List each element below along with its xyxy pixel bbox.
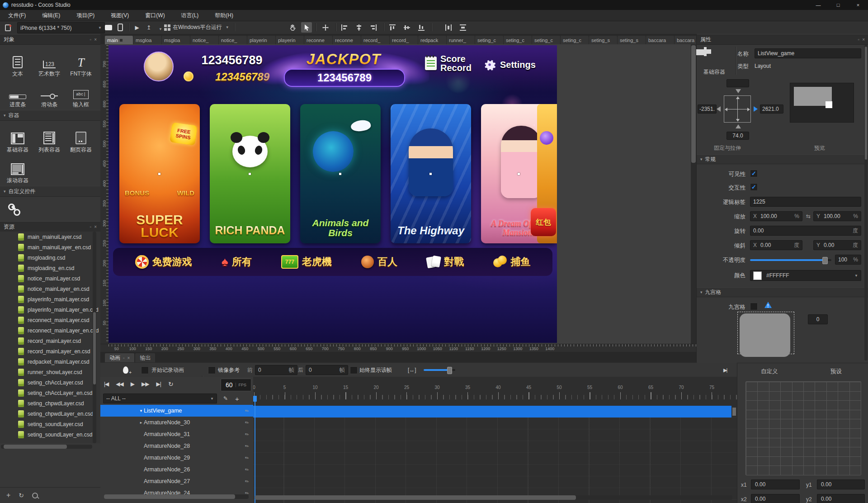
containers-section-header[interactable]: ▾ 容器 (0, 110, 100, 121)
resource-file-row[interactable]: reconnect_mainLayer.csd (0, 315, 100, 325)
easing-curve-grid[interactable] (745, 381, 861, 475)
timeline-zoom-slider[interactable] (424, 365, 455, 375)
before-frames-field[interactable]: 0帧 (255, 365, 297, 375)
red-packet-badge[interactable]: 红包 (531, 208, 556, 236)
skew-x-field[interactable]: X 0.00 度 (750, 240, 802, 250)
tab-preset-easing[interactable]: 预设 (830, 368, 842, 375)
timeline-node-row[interactable]: ▾ ListView_game ✎ (100, 405, 253, 417)
selection-handle[interactable] (158, 173, 160, 175)
panel-close-icon[interactable]: × (127, 356, 130, 361)
editor-tab[interactable]: main (105, 36, 133, 44)
align-middle-icon[interactable] (401, 22, 412, 33)
panel-float-icon[interactable]: ▫ (90, 224, 92, 229)
edit-animation-icon[interactable]: ✎ (223, 395, 228, 402)
resource-file-row[interactable]: notice_mainLayer_en.csd (0, 284, 100, 294)
go-to-end-button[interactable]: ▶| (156, 381, 161, 387)
step-forward-button[interactable]: ▶▶ (142, 381, 149, 387)
nav-free-games[interactable]: 免费游戏 (135, 255, 192, 269)
selection-handle[interactable] (429, 173, 432, 175)
portrait-toggle[interactable] (116, 22, 125, 33)
position-right-field[interactable]: 2621.0 (760, 104, 783, 114)
widget-fnt-font[interactable]: TFNT字体 (65, 47, 97, 76)
design-canvas-area[interactable]: 7006506005505004504003503002502001501005… (100, 44, 696, 344)
align-right-icon[interactable] (368, 22, 379, 33)
anchor-cross-widget[interactable] (724, 95, 751, 123)
nav-fishing[interactable]: 捕鱼 (493, 255, 530, 269)
color-field[interactable]: #FFFFFF ▼ (750, 270, 861, 281)
editor-tab[interactable]: seting_s (589, 36, 617, 44)
step-back-button[interactable]: ◀◀ (116, 381, 123, 387)
menu-item[interactable]: 文件(F) (0, 10, 34, 21)
landscape-toggle[interactable] (103, 22, 114, 33)
opacity-slider-thumb[interactable] (822, 257, 828, 264)
select-cursor-tool[interactable] (301, 22, 312, 33)
timeline-node-row[interactable]: ArmatureNode_26 ✎ (100, 464, 253, 475)
record-animation-checkbox[interactable] (141, 365, 149, 375)
maximize-icon[interactable]: □ (828, 0, 848, 10)
player-avatar[interactable] (144, 52, 174, 81)
nineslice-preview[interactable] (740, 313, 790, 357)
custom-controls-section-header[interactable]: ▾ 自定义控件 (0, 186, 100, 197)
publish-button[interactable]: ↥ (144, 22, 154, 33)
panel-close-icon[interactable]: × (862, 37, 865, 42)
resource-file-row[interactable]: record_mainLayer_en.csd (0, 346, 100, 356)
expander-icon[interactable]: ▸ (138, 420, 144, 425)
editor-tab[interactable]: reconne (304, 36, 332, 44)
timeline-node-row[interactable]: ArmatureNode_27 ✎ (100, 475, 253, 487)
name-input[interactable] (758, 50, 858, 57)
menu-item[interactable]: 窗口(W) (137, 10, 173, 21)
selection-handle[interactable] (518, 173, 520, 175)
resource-file-row[interactable]: playerinfo_mainLayer.csd (0, 294, 100, 304)
editor-tab[interactable]: playerin (276, 36, 304, 44)
nav-hundred[interactable]: 百人 (361, 255, 397, 269)
panel-close-icon[interactable]: × (94, 224, 97, 229)
add-animation-icon[interactable]: + (235, 395, 239, 403)
tab-custom-easing[interactable]: 自定义 (761, 368, 778, 375)
pin-left-icon[interactable] (717, 106, 721, 112)
resources-horizontal-scrollbar[interactable] (1, 445, 92, 449)
editor-tab[interactable]: msgloa (162, 36, 190, 44)
align-left-icon[interactable] (339, 22, 350, 33)
device-select[interactable]: iPhone 6(1334 * 750) ▼ (17, 22, 105, 33)
pin-right-icon[interactable] (754, 106, 758, 112)
resource-file-row[interactable]: seting_chpwdLayer_en.csd (0, 408, 100, 419)
tab-output[interactable]: 输出 (135, 353, 155, 362)
checkbox-checked[interactable]: ✓ (750, 170, 758, 177)
animation-filter-select[interactable]: -- ALL -- ▼ (103, 394, 217, 403)
resource-file-row[interactable]: msgloading.csd (0, 252, 100, 263)
nav-versus[interactable]: 對戰 (427, 255, 464, 269)
resource-file-row[interactable]: notice_mainLayer.csd (0, 273, 100, 284)
nav-all[interactable]: ♠所有 (222, 255, 252, 269)
frame-ruler[interactable]: 051015202530354045505560657075 (253, 377, 737, 406)
rotation-field[interactable]: 0.00 度 (750, 226, 861, 236)
resource-file-row[interactable]: playerinfo_mainLayer_en.csd (0, 304, 100, 315)
visible-checkbox[interactable]: ✓ (750, 170, 758, 177)
position-bottom-field[interactable]: 74.0 (726, 132, 749, 140)
nineslice-checkbox[interactable] (750, 303, 758, 310)
score-record-button[interactable]: Score Record (425, 54, 472, 72)
resource-file-row[interactable]: redpacket_mainLayer.csd (0, 356, 100, 367)
panel-float-icon[interactable]: ▫ (858, 37, 860, 42)
timeline-node-row[interactable]: ArmatureNode_29 ✎ (100, 452, 253, 464)
resource-file-row[interactable]: seting_soundLayer_en.csd (0, 429, 100, 440)
fps-field[interactable]: 60 FPS (221, 379, 251, 391)
go-to-start-button[interactable]: |◀ (104, 381, 108, 387)
frame-interval-icon[interactable]: [↔] (408, 365, 416, 375)
settings-button[interactable]: Settings (483, 58, 536, 71)
minimize-icon[interactable]: — (808, 0, 828, 10)
move-anchor-tool[interactable] (320, 22, 331, 33)
editor-tab[interactable]: record_ (390, 36, 418, 44)
editor-tab[interactable]: seting_s (618, 36, 646, 44)
loop-button[interactable]: ↻ (168, 380, 173, 388)
opacity-field[interactable]: 100 % (835, 255, 861, 265)
resource-file-row[interactable]: seting_chpwdLayer.csd (0, 398, 100, 408)
resource-file-row[interactable]: record_mainLayer.csd (0, 336, 100, 346)
x1-field[interactable]: 0.00 (751, 479, 800, 489)
opacity-slider[interactable] (750, 259, 831, 261)
y2-field[interactable]: 0.00 (817, 494, 865, 503)
menu-item[interactable]: 视图(V) (103, 10, 137, 21)
nineslice-section-header[interactable]: ▾ 九宫格 (697, 287, 868, 297)
refresh-resources-button[interactable]: ↻ (19, 492, 24, 499)
nineslice-value-field[interactable]: 0 (808, 314, 828, 324)
editor-tab[interactable]: notice_ (219, 36, 247, 44)
